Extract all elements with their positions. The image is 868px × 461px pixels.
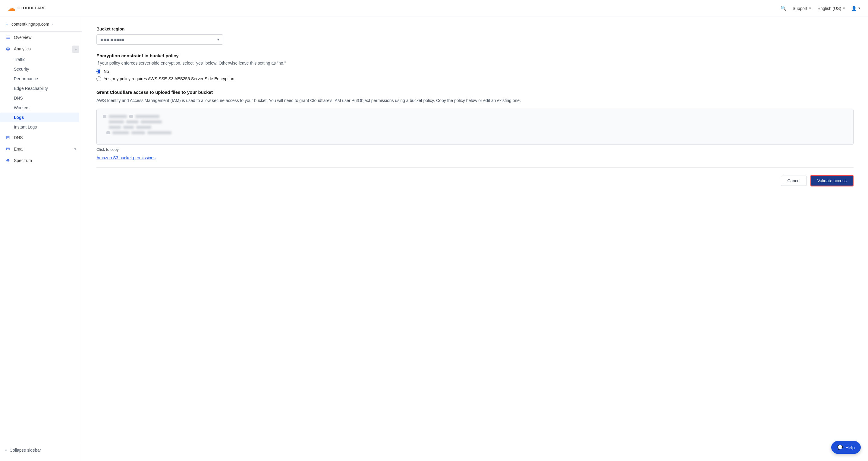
collapse-label: Collapse sidebar [10, 448, 41, 453]
dns-icon: ⊞ [5, 135, 11, 140]
sidebar-item-logs[interactable]: Logs [0, 113, 79, 122]
spectrum-icon: ⊕ [5, 158, 11, 163]
language-label: English (US) [818, 6, 841, 11]
sidebar-item-overview[interactable]: ☰ Overview [0, 32, 82, 43]
code-block [129, 115, 133, 118]
code-placeholder [103, 115, 847, 134]
sidebar-item-dns[interactable]: ⊞ DNS [0, 132, 82, 143]
analytics-toggle-button[interactable]: − [72, 46, 79, 53]
code-line-3 [103, 126, 847, 129]
encryption-radio-yes[interactable] [96, 76, 101, 81]
code-block [147, 131, 172, 134]
topnav-right: 🔍 Support ▼ English (US) ▼ 👤 ▼ [781, 5, 861, 11]
encryption-description: If your policy enforces server-side encr… [96, 61, 854, 65]
sidebar-item-workers[interactable]: Workers [0, 103, 82, 113]
support-chevron-icon: ▼ [809, 7, 812, 10]
topnav-left: ☁ CLOUDFLARE [7, 3, 46, 13]
email-arrow-icon: ▼ [73, 147, 77, 151]
code-block [106, 131, 110, 134]
sidebar-analytics-label: Analytics [14, 47, 77, 51]
encryption-radio-group: No Yes, my policy requires AWS SSE-S3 AE… [96, 69, 854, 81]
sidebar-item-spectrum[interactable]: ⊕ Spectrum [0, 155, 82, 166]
sidebar-item-instant-logs[interactable]: Instant Logs [0, 122, 82, 132]
code-block [141, 120, 162, 123]
sidebar-item-traffic[interactable]: Traffic [0, 55, 82, 64]
sidebar-domain[interactable]: ← contentkingapp.com › [0, 17, 82, 32]
code-line-1 [103, 115, 847, 118]
analytics-icon: ◎ [5, 46, 11, 52]
sidebar-item-edge-reachability[interactable]: Edge Reachability [0, 84, 82, 93]
encryption-option-yes[interactable]: Yes, my policy requires AWS SSE-S3 AES25… [96, 76, 854, 81]
sidebar-item-analytics[interactable]: ◎ Analytics − [0, 43, 82, 55]
code-block [135, 115, 159, 118]
sidebar-item-email[interactable]: ✉ Email ▼ [0, 143, 82, 155]
code-block [113, 131, 129, 134]
sidebar-spectrum-label: Spectrum [14, 158, 77, 163]
bucket-region-select[interactable]: ■ ■■ ■ ■■■■ [96, 34, 223, 45]
encryption-title: Encryption constraint in bucket policy [96, 53, 854, 58]
support-menu[interactable]: Support ▼ [793, 6, 812, 11]
click-to-copy-label: Click to copy [96, 147, 854, 152]
support-label: Support [793, 6, 807, 11]
email-icon: ✉ [5, 146, 11, 152]
code-line-4 [103, 131, 847, 134]
collapse-icon: « [5, 448, 7, 453]
sidebar: ← contentkingapp.com › ☰ Overview ◎ Anal… [0, 17, 82, 461]
sidebar-item-label: Overview [14, 35, 77, 40]
help-chat-icon: 💬 [837, 445, 843, 450]
main-layout: ← contentkingapp.com › ☰ Overview ◎ Anal… [0, 17, 868, 461]
help-label: Help [845, 445, 855, 450]
encryption-section: Encryption constraint in bucket policy I… [96, 53, 854, 81]
analytics-group: ◎ Analytics − Traffic Security Performan… [0, 43, 82, 132]
code-block [131, 131, 145, 134]
cancel-button[interactable]: Cancel [781, 176, 807, 186]
main-content: Bucket region ■ ■■ ■ ■■■■ ▼ Encryption c… [82, 17, 868, 461]
grant-description: AWS Identity and Access Management (IAM)… [96, 97, 854, 104]
user-menu[interactable]: 👤 ▼ [851, 6, 861, 11]
user-chevron-icon: ▼ [858, 7, 861, 10]
help-button[interactable]: 💬 Help [831, 441, 861, 454]
encryption-label-no: No [104, 69, 109, 74]
logo-text: CLOUDFLARE [18, 6, 46, 10]
encryption-radio-no[interactable] [96, 69, 101, 74]
sidebar-item-performance[interactable]: Performance [0, 74, 82, 84]
sidebar-item-dns-analytics[interactable]: DNS [0, 93, 82, 103]
language-chevron-icon: ▼ [842, 7, 845, 10]
code-line-2 [103, 120, 847, 123]
code-block [109, 120, 124, 123]
code-block [136, 126, 151, 129]
bucket-region-label: Bucket region [96, 27, 854, 31]
overview-icon: ☰ [5, 35, 11, 40]
sidebar-item-security[interactable]: Security [0, 64, 82, 74]
search-icon[interactable]: 🔍 [781, 5, 786, 11]
code-block [126, 120, 138, 123]
bucket-region-section: Bucket region ■ ■■ ■ ■■■■ ▼ [96, 27, 854, 45]
sidebar-dns-label: DNS [14, 135, 77, 140]
code-block [109, 115, 127, 118]
language-menu[interactable]: English (US) ▼ [818, 6, 846, 11]
bucket-region-select-wrapper: ■ ■■ ■ ■■■■ ▼ [96, 34, 223, 45]
user-icon: 👤 [851, 6, 857, 11]
topnav: ☁ CLOUDFLARE 🔍 Support ▼ English (US) ▼ … [0, 0, 868, 17]
collapse-sidebar-button[interactable]: « Collapse sidebar [0, 444, 82, 456]
analytics-subitems: Traffic Security Performance Edge Reacha… [0, 55, 82, 132]
cloudflare-logo: ☁ CLOUDFLARE [7, 3, 46, 13]
logo-cloud-icon: ☁ [7, 3, 16, 13]
code-box[interactable] [96, 109, 854, 145]
grant-title: Grant Cloudflare access to upload files … [96, 90, 854, 95]
code-block [103, 115, 106, 118]
grant-section: Grant Cloudflare access to upload files … [96, 90, 854, 160]
s3-permissions-link[interactable]: Amazon S3 bucket permissions [96, 155, 156, 160]
encryption-label-yes: Yes, my policy requires AWS SSE-S3 AES25… [104, 76, 234, 81]
back-icon[interactable]: ← [5, 22, 9, 27]
domain-name: contentkingapp.com [11, 22, 49, 27]
code-block [123, 126, 134, 129]
code-block [109, 126, 121, 129]
encryption-option-no[interactable]: No [96, 69, 854, 74]
sidebar-email-label: Email [14, 147, 70, 151]
footer-buttons: Cancel Validate access [96, 175, 854, 186]
domain-chevron-icon: › [52, 22, 53, 26]
validate-access-button[interactable]: Validate access [810, 175, 854, 186]
